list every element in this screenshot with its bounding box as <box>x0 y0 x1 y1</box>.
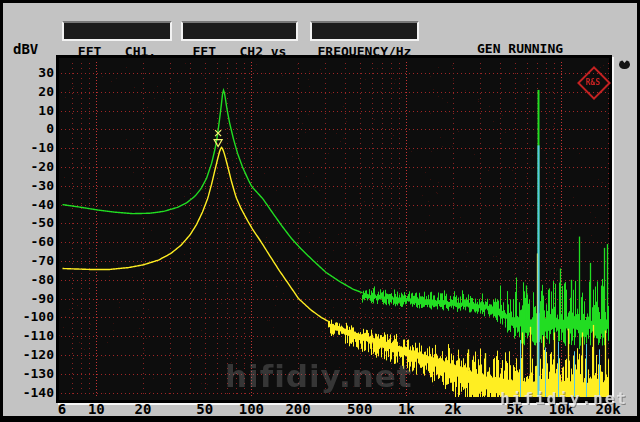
y-tick-label: -140 <box>8 385 54 400</box>
rohde-schwarz-logo-icon: R&S <box>578 67 608 97</box>
y-tick-label: -40 <box>8 197 54 212</box>
y-tick-label: -90 <box>8 291 54 306</box>
watermark-corner: hifidiy.net <box>500 389 628 408</box>
y-tick-label: -70 <box>8 253 54 268</box>
y-tick-label: -100 <box>8 309 54 324</box>
readout-box-frequency[interactable] <box>310 21 419 41</box>
readout-box-ch2[interactable] <box>181 21 298 41</box>
y-tick-label: -30 <box>8 178 54 193</box>
y-tick-label: -130 <box>8 366 54 381</box>
x-tick-label: 2k <box>431 401 475 417</box>
watermark-center: hifidiy.net <box>225 358 413 394</box>
window-bottom-border <box>0 416 640 422</box>
y-tick-label: -110 <box>8 328 54 343</box>
x-tick-label: 1k <box>384 401 428 417</box>
x-tick-label: 500 <box>338 401 382 417</box>
x-tick-label: 200 <box>276 401 320 417</box>
y-tick-label: 20 <box>8 84 54 99</box>
x-tick-label: 50 <box>183 401 227 417</box>
y-tick-label: -20 <box>8 159 54 174</box>
y-axis-unit-label: dBV <box>13 41 38 57</box>
x-tick-label: 100 <box>229 401 273 417</box>
x-tick-label: 20 <box>121 401 165 417</box>
x-tick-label: 10 <box>74 401 118 417</box>
readout-box-ch1[interactable] <box>62 21 172 41</box>
y-tick-label: -60 <box>8 234 54 249</box>
logo-text: R&S <box>578 78 608 87</box>
y-tick-label: 30 <box>8 65 54 80</box>
y-tick-label: 0 <box>8 121 54 136</box>
screen-indicator-icon <box>619 60 630 69</box>
y-tick-label: -50 <box>8 215 54 230</box>
y-tick-label: 10 <box>8 103 54 118</box>
y-tick-label: -120 <box>8 347 54 362</box>
y-tick-label: -10 <box>8 140 54 155</box>
spectrum-plot-canvas <box>59 58 609 400</box>
y-tick-label: -80 <box>8 272 54 287</box>
analyzer-screen: dBV FFT CH1, FFT CH2 vs FREQUENCY/Hz GEN… <box>0 0 640 422</box>
